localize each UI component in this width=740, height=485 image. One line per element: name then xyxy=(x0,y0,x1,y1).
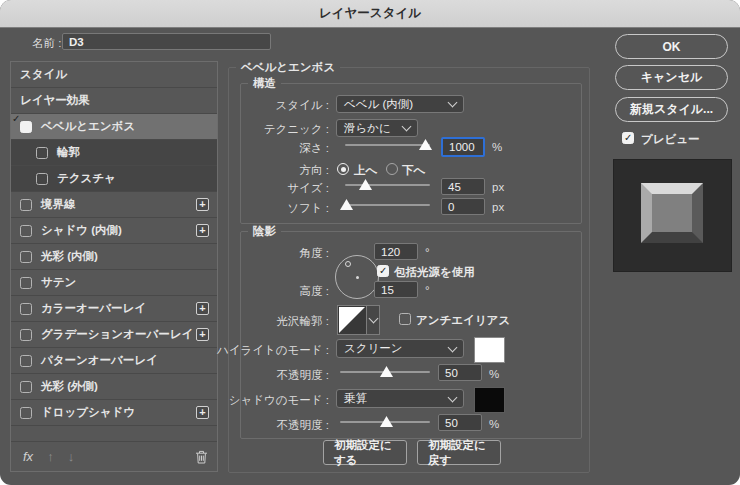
depth-value: 1000 xyxy=(449,141,475,153)
contour-checkbox[interactable] xyxy=(36,147,48,159)
chevron-down-icon xyxy=(402,122,412,132)
sidebar-item-styles[interactable]: スタイル xyxy=(11,62,217,88)
stroke-checkbox[interactable] xyxy=(20,199,32,211)
gloss-contour-thumbnail[interactable] xyxy=(337,305,367,335)
highlight-color-swatch[interactable] xyxy=(474,337,505,363)
drop-shadow-checkbox[interactable] xyxy=(20,407,32,419)
soften-input[interactable]: 0 xyxy=(441,198,485,215)
slider-track[interactable] xyxy=(345,204,430,206)
slider-track[interactable] xyxy=(345,184,430,186)
soften-label: ソフト : xyxy=(199,201,329,216)
move-down-icon[interactable]: ↓ xyxy=(68,449,75,464)
add-gradient-overlay-icon[interactable]: + xyxy=(196,328,209,341)
sidebar-item-inner-shadow[interactable]: シャドウ (内側)+ xyxy=(11,218,217,244)
outer-glow-checkbox[interactable] xyxy=(20,381,32,393)
sidebar-item-stroke[interactable]: 境界線+ xyxy=(11,192,217,218)
direction-down-label[interactable]: 下へ xyxy=(402,163,425,178)
sidebar-item-bevel-emboss[interactable]: ベベルとエンボス xyxy=(11,114,217,140)
sidebar-item-gradient-overlay[interactable]: グラデーションオーバーレイ+ xyxy=(11,322,217,348)
angle-value: 120 xyxy=(381,246,400,258)
direction-up-radio[interactable] xyxy=(337,163,349,175)
delete-effect-icon[interactable] xyxy=(195,450,208,464)
shadow-opacity-unit: % xyxy=(489,418,499,430)
layer-style-dialog: レイヤースタイル 名前 : D3 スタイル レイヤー効果 ベベルとエンボス 輪郭… xyxy=(0,0,740,485)
soften-unit: px xyxy=(492,201,504,213)
technique-dropdown[interactable]: 滑らかに xyxy=(336,119,418,137)
shadow-mode-dropdown[interactable]: 乗算 xyxy=(336,389,464,408)
structure-group-title: 構造 xyxy=(248,76,281,91)
inner-shadow-checkbox[interactable] xyxy=(20,225,32,237)
anti-alias-checkbox[interactable] xyxy=(399,313,411,325)
shadow-opacity-input[interactable]: 50 xyxy=(438,414,482,431)
fx-icon[interactable]: fx xyxy=(23,449,33,464)
highlight-opacity-unit: % xyxy=(489,368,499,380)
depth-unit: % xyxy=(492,141,502,153)
style-dropdown[interactable]: ベベル (内側) xyxy=(336,95,464,113)
inner-glow-checkbox[interactable] xyxy=(20,251,32,263)
dial-angle-marker[interactable] xyxy=(345,261,351,267)
angle-label: 角度 : xyxy=(199,246,329,261)
name-input[interactable]: D3 xyxy=(62,33,271,50)
shadow-color-swatch[interactable] xyxy=(474,387,505,413)
depth-input[interactable]: 1000 xyxy=(441,137,485,157)
preview-label[interactable]: プレビュー xyxy=(641,132,700,147)
reset-default-button[interactable]: 初期設定に戻す xyxy=(417,440,501,465)
texture-checkbox[interactable] xyxy=(36,173,48,185)
sidebar-item-drop-shadow[interactable]: ドロップシャドウ+ xyxy=(11,400,217,426)
global-light-checkbox[interactable] xyxy=(377,265,389,277)
sidebar-item-color-overlay[interactable]: カラーオーバーレイ+ xyxy=(11,296,217,322)
bevel-emboss-checkbox[interactable] xyxy=(20,121,32,133)
anti-alias-label[interactable]: アンチエイリアス xyxy=(416,313,510,328)
technique-label: テクニック : xyxy=(199,122,329,137)
preview-checkbox[interactable] xyxy=(622,132,634,144)
sidebar-item-texture[interactable]: テクスチャ xyxy=(11,166,217,192)
gradient-overlay-checkbox[interactable] xyxy=(20,329,32,341)
ok-button[interactable]: OK xyxy=(615,34,728,59)
color-overlay-checkbox[interactable] xyxy=(20,303,32,315)
style-preview-thumbnail xyxy=(613,159,732,272)
shadow-opacity-slider[interactable] xyxy=(340,416,430,428)
angle-input[interactable]: 120 xyxy=(374,243,418,260)
highlight-opacity-input[interactable]: 50 xyxy=(438,364,482,381)
highlight-opacity-slider[interactable] xyxy=(340,366,430,378)
bevel-preview-shape xyxy=(641,183,703,243)
new-style-button[interactable]: 新規スタイル... xyxy=(615,97,728,122)
name-label: 名前 : xyxy=(32,36,61,51)
altitude-label: 高度 : xyxy=(199,284,329,299)
sidebar-item-pattern-overlay[interactable]: パターンオーバーレイ xyxy=(11,348,217,374)
cancel-button[interactable]: キャンセル xyxy=(615,65,728,90)
chevron-down-icon xyxy=(448,342,458,352)
title-bar: レイヤースタイル xyxy=(0,0,740,28)
sidebar-item-satin[interactable]: サテン xyxy=(11,270,217,296)
dialog-title: レイヤースタイル xyxy=(319,5,421,22)
contour-shape-icon xyxy=(339,307,365,333)
shadow-mode-value: 乗算 xyxy=(344,391,367,406)
style-value: ベベル (内側) xyxy=(344,97,413,112)
chevron-down-icon xyxy=(368,314,378,324)
highlight-opacity-value: 50 xyxy=(445,367,458,379)
move-up-icon[interactable]: ↑ xyxy=(47,449,54,464)
gloss-contour-dropdown[interactable] xyxy=(366,305,380,335)
cancel-label: キャンセル xyxy=(641,69,702,86)
make-default-button[interactable]: 初期設定にする xyxy=(323,440,407,465)
add-inner-shadow-icon[interactable]: + xyxy=(196,224,209,237)
soften-slider[interactable] xyxy=(345,199,430,211)
direction-down-radio[interactable] xyxy=(386,163,398,175)
sidebar-item-contour[interactable]: 輪郭 xyxy=(11,140,217,166)
pattern-overlay-checkbox[interactable] xyxy=(20,355,32,367)
angle-dial[interactable] xyxy=(335,255,379,299)
size-input[interactable]: 45 xyxy=(441,178,485,195)
altitude-input[interactable]: 15 xyxy=(374,281,418,298)
sidebar-item-inner-glow[interactable]: 光彩 (内側) xyxy=(11,244,217,270)
panel-title: ベベルとエンボス xyxy=(236,60,340,75)
size-slider[interactable] xyxy=(345,179,430,191)
global-light-label[interactable]: 包括光源を使用 xyxy=(394,265,475,280)
depth-slider[interactable] xyxy=(345,139,430,151)
direction-up-label[interactable]: 上へ xyxy=(354,163,377,178)
satin-checkbox[interactable] xyxy=(20,277,32,289)
sidebar-item-layer-effects[interactable]: レイヤー効果 xyxy=(11,88,217,114)
slider-track[interactable] xyxy=(345,144,430,146)
sidebar-item-outer-glow[interactable]: 光彩 (外側) xyxy=(11,374,217,400)
technique-value: 滑らかに xyxy=(344,121,391,136)
highlight-mode-dropdown[interactable]: スクリーン xyxy=(336,339,464,358)
